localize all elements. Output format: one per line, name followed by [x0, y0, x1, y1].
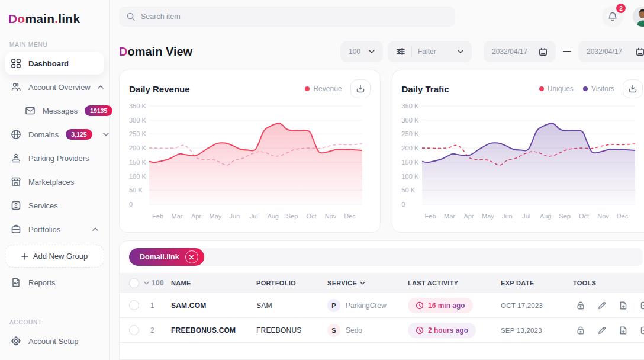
last-activity-pill: 16 min ago — [408, 298, 473, 313]
y-tick-label: 350 K — [402, 102, 419, 110]
chevron-down-icon — [360, 281, 365, 285]
plus-icon — [21, 253, 28, 260]
page-header: Domain View 100 Falter 2032/04/17 2032/0… — [119, 33, 644, 70]
y-tick-label: 250 K — [402, 130, 419, 137]
domain-name[interactable]: SAM.COM — [171, 301, 256, 310]
sidebar-item-dashboard[interactable]: Dashboard — [5, 52, 104, 75]
service-initial-badge: P — [327, 299, 340, 312]
filter-tag[interactable]: Domail.link — [129, 248, 204, 266]
col-header-exp-date[interactable]: EXP DATE — [501, 279, 573, 287]
col-header-last-activity[interactable]: LAST ACTIVITY — [408, 279, 501, 287]
date-to-value: 2032/04/17 — [587, 47, 622, 56]
legend-dot-icon — [305, 86, 310, 91]
row-checkbox[interactable] — [129, 300, 139, 310]
user-avatar[interactable] — [633, 7, 644, 27]
x-tick-label: Oct — [579, 213, 589, 220]
edit-button[interactable] — [594, 298, 610, 313]
y-tick-label: 100 K — [402, 173, 419, 180]
active-filter-tags: Domail.link — [129, 248, 643, 266]
download-button[interactable] — [350, 79, 371, 98]
legend-item: Visitors — [583, 85, 614, 93]
domain-name[interactable]: FREEBONUS.COM — [171, 326, 256, 335]
sidebar-item-label: Portfolios — [28, 225, 60, 234]
lock-button[interactable] — [573, 298, 588, 313]
add-note-button[interactable] — [616, 323, 631, 338]
tools-cell — [573, 298, 644, 313]
date-to-picker[interactable]: 2032/04/17 — [578, 41, 644, 62]
sidebar-item-label: Account Setup — [28, 337, 79, 346]
col-header-name[interactable]: NAME — [171, 279, 256, 287]
chevron-up-icon — [92, 227, 98, 231]
main-content: 2 Domain View 100 Fal — [110, 0, 644, 360]
remove-tag-button[interactable] — [185, 250, 198, 263]
edit-button[interactable] — [594, 323, 610, 338]
add-note-button[interactable] — [616, 298, 631, 313]
export-button[interactable] — [637, 323, 644, 338]
app-logo[interactable]: Domain.link — [5, 11, 104, 26]
sidebar-item-parking-providers[interactable]: Parking Providers — [5, 147, 104, 169]
legend-item: Revenue — [305, 85, 342, 93]
sidebar-item-account-overview[interactable]: Account Overview — [5, 76, 104, 98]
sidebar-item-services[interactable]: Services — [5, 194, 104, 217]
sidebar-item-label: Services — [28, 201, 58, 210]
notifications-button[interactable]: 2 — [602, 6, 623, 27]
search-bar[interactable] — [119, 7, 455, 27]
row-number: 1 — [144, 301, 171, 310]
main-menu-label: MAIN MENU — [9, 41, 104, 48]
pill-divider — [411, 46, 412, 57]
service-cell: P ParkingCrew — [327, 299, 408, 312]
last-activity-cell: 16 min ago — [408, 298, 501, 313]
sidebar-item-label: Messages — [43, 107, 78, 115]
chart-title: Daily Trafic — [402, 84, 449, 94]
dashboard-icon — [11, 58, 21, 69]
series-area-fill — [149, 123, 362, 204]
row-number: 2 — [144, 326, 171, 335]
lock-button[interactable] — [573, 323, 588, 338]
service-name: ParkingCrew — [346, 301, 387, 310]
select-all-checkbox[interactable] — [129, 278, 139, 288]
domains-count-badge: 3,125 — [66, 129, 92, 140]
export-button[interactable] — [637, 298, 644, 313]
exp-date: OCT 17,2023 — [501, 302, 573, 309]
sidebar-item-portfolios[interactable]: Portfolios — [5, 218, 104, 240]
y-tick-label: 50 K — [402, 187, 416, 194]
y-tick-label: 0 — [129, 201, 133, 208]
topbar: 2 — [119, 0, 644, 33]
page-size-select[interactable]: 100 — [340, 41, 383, 62]
sidebar-item-messages[interactable]: Messages 19135 — [19, 99, 104, 122]
filter-dropdown[interactable]: Falter — [388, 41, 472, 62]
revenue-chart — [149, 100, 362, 210]
last-activity-text: 2 hours ago — [428, 326, 468, 335]
sidebar-item-marketplaces[interactable]: Marketplaces — [5, 171, 104, 193]
x-tick-label: Feb — [425, 213, 436, 220]
briefcase-icon — [11, 224, 21, 234]
search-input[interactable] — [141, 12, 448, 21]
sidebar-item-reports[interactable]: Reports — [5, 271, 104, 294]
x-tick-label: Sep — [559, 213, 571, 220]
col-header-service[interactable]: SERVICE — [327, 279, 408, 287]
header-controls: 100 Falter 2032/04/17 2032/04/17 — [340, 41, 644, 62]
globe-icon — [11, 129, 21, 140]
add-new-group-button[interactable]: Add New Group — [5, 245, 104, 268]
x-tick-label: Dec — [344, 213, 356, 220]
sidebar-item-report-a-bug[interactable]: Report a Bug — [5, 353, 104, 360]
traffic-chart — [422, 100, 635, 210]
exp-date: SEP 13,2023 — [501, 327, 573, 334]
daily-traffic-card: Daily Trafic UniquesVisitors 350 K300 K2… — [392, 70, 644, 233]
sidebar-item-domains[interactable]: Domains 3,125 — [5, 123, 104, 146]
sidebar-item-account-setup[interactable]: Account Setup — [5, 330, 104, 352]
tools-cell — [573, 323, 644, 338]
legend-label: Revenue — [313, 85, 342, 93]
col-header-tools: TOOLS — [573, 279, 644, 287]
page-size-sort[interactable]: 100 — [144, 279, 171, 287]
row-checkbox[interactable] — [129, 325, 139, 335]
download-button[interactable] — [623, 79, 643, 98]
search-icon — [126, 12, 136, 21]
sidebar-item-label: Dashboard — [28, 59, 69, 68]
date-from-picker[interactable]: 2032/04/17 — [484, 41, 556, 62]
col-header-portfolio[interactable]: PORTFOLIO — [256, 279, 327, 287]
legend-dot-icon — [583, 86, 588, 91]
series-area-fill — [422, 123, 635, 204]
table-row: 2 FREEBONUS.COM FREEBONUS S Sedo 2 hours… — [120, 318, 644, 343]
service-name: Sedo — [346, 326, 362, 335]
